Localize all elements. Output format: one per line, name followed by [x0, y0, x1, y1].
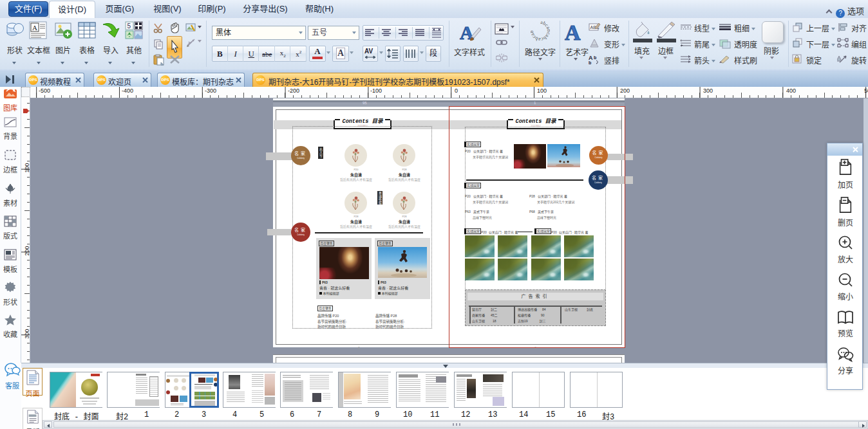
svg-text:b: b: [594, 55, 596, 60]
svg-text:AV: AV: [364, 48, 373, 55]
svg-text:5: 5: [127, 23, 131, 30]
svg-text:b: b: [589, 60, 591, 64]
svg-text:abcabcabcabcab: abcabcabcabcab: [531, 21, 550, 42]
svg-text:A: A: [32, 24, 37, 32]
svg-text:A: A: [565, 21, 581, 43]
